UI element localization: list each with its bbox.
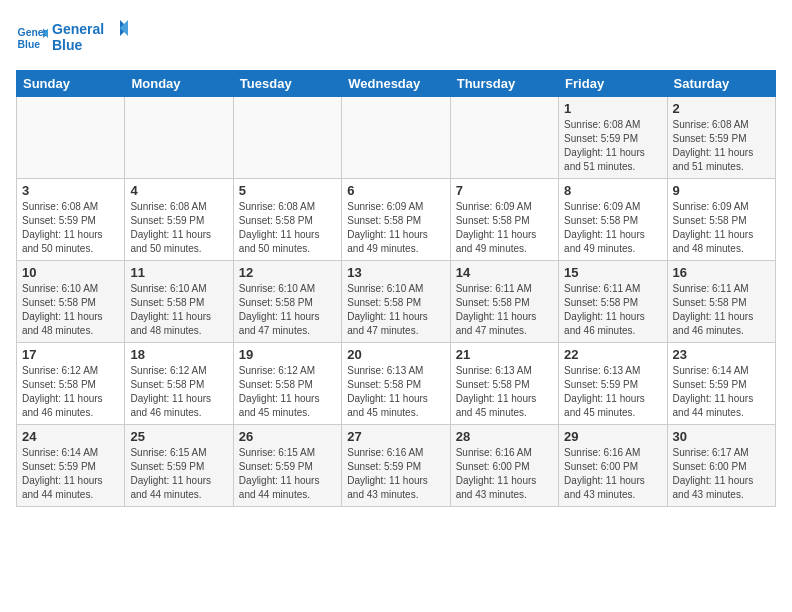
day-number: 14 (456, 265, 553, 280)
day-number: 24 (22, 429, 119, 444)
page: General Blue General Blue SundayM (0, 0, 792, 523)
calendar-cell (233, 97, 341, 179)
day-number: 29 (564, 429, 661, 444)
calendar-header-row: SundayMondayTuesdayWednesdayThursdayFrid… (17, 71, 776, 97)
calendar-cell: 19Sunrise: 6:12 AMSunset: 5:58 PMDayligh… (233, 343, 341, 425)
calendar-cell: 9Sunrise: 6:09 AMSunset: 5:58 PMDaylight… (667, 179, 775, 261)
calendar-cell (17, 97, 125, 179)
day-info: Sunrise: 6:11 AMSunset: 5:58 PMDaylight:… (673, 282, 770, 338)
day-info: Sunrise: 6:12 AMSunset: 5:58 PMDaylight:… (239, 364, 336, 420)
calendar-cell: 25Sunrise: 6:15 AMSunset: 5:59 PMDayligh… (125, 425, 233, 507)
calendar-cell (342, 97, 450, 179)
calendar-week-1: 1Sunrise: 6:08 AMSunset: 5:59 PMDaylight… (17, 97, 776, 179)
header: General Blue General Blue (16, 16, 776, 60)
day-info: Sunrise: 6:17 AMSunset: 6:00 PMDaylight:… (673, 446, 770, 502)
calendar-cell: 17Sunrise: 6:12 AMSunset: 5:58 PMDayligh… (17, 343, 125, 425)
day-number: 16 (673, 265, 770, 280)
svg-text:Blue: Blue (52, 37, 83, 53)
day-number: 19 (239, 347, 336, 362)
calendar-cell (450, 97, 558, 179)
day-number: 9 (673, 183, 770, 198)
day-info: Sunrise: 6:13 AMSunset: 5:58 PMDaylight:… (347, 364, 444, 420)
day-number: 25 (130, 429, 227, 444)
day-number: 10 (22, 265, 119, 280)
day-number: 28 (456, 429, 553, 444)
day-info: Sunrise: 6:10 AMSunset: 5:58 PMDaylight:… (22, 282, 119, 338)
calendar-cell: 27Sunrise: 6:16 AMSunset: 5:59 PMDayligh… (342, 425, 450, 507)
calendar-week-5: 24Sunrise: 6:14 AMSunset: 5:59 PMDayligh… (17, 425, 776, 507)
day-number: 4 (130, 183, 227, 198)
day-number: 8 (564, 183, 661, 198)
calendar-cell: 15Sunrise: 6:11 AMSunset: 5:58 PMDayligh… (559, 261, 667, 343)
calendar-cell: 1Sunrise: 6:08 AMSunset: 5:59 PMDaylight… (559, 97, 667, 179)
calendar-cell: 29Sunrise: 6:16 AMSunset: 6:00 PMDayligh… (559, 425, 667, 507)
day-info: Sunrise: 6:16 AMSunset: 6:00 PMDaylight:… (456, 446, 553, 502)
general-blue-full-logo: General Blue (52, 16, 132, 60)
calendar-cell: 26Sunrise: 6:15 AMSunset: 5:59 PMDayligh… (233, 425, 341, 507)
calendar-header-tuesday: Tuesday (233, 71, 341, 97)
day-info: Sunrise: 6:08 AMSunset: 5:59 PMDaylight:… (22, 200, 119, 256)
day-number: 27 (347, 429, 444, 444)
day-number: 6 (347, 183, 444, 198)
calendar-cell: 3Sunrise: 6:08 AMSunset: 5:59 PMDaylight… (17, 179, 125, 261)
calendar-week-4: 17Sunrise: 6:12 AMSunset: 5:58 PMDayligh… (17, 343, 776, 425)
calendar-cell: 13Sunrise: 6:10 AMSunset: 5:58 PMDayligh… (342, 261, 450, 343)
day-info: Sunrise: 6:14 AMSunset: 5:59 PMDaylight:… (22, 446, 119, 502)
day-number: 20 (347, 347, 444, 362)
day-number: 26 (239, 429, 336, 444)
day-number: 1 (564, 101, 661, 116)
calendar-week-2: 3Sunrise: 6:08 AMSunset: 5:59 PMDaylight… (17, 179, 776, 261)
calendar-header-thursday: Thursday (450, 71, 558, 97)
day-info: Sunrise: 6:08 AMSunset: 5:59 PMDaylight:… (564, 118, 661, 174)
calendar-header-monday: Monday (125, 71, 233, 97)
day-number: 3 (22, 183, 119, 198)
day-number: 30 (673, 429, 770, 444)
day-info: Sunrise: 6:13 AMSunset: 5:58 PMDaylight:… (456, 364, 553, 420)
day-number: 22 (564, 347, 661, 362)
day-info: Sunrise: 6:10 AMSunset: 5:58 PMDaylight:… (130, 282, 227, 338)
day-info: Sunrise: 6:16 AMSunset: 5:59 PMDaylight:… (347, 446, 444, 502)
calendar-cell: 18Sunrise: 6:12 AMSunset: 5:58 PMDayligh… (125, 343, 233, 425)
day-number: 17 (22, 347, 119, 362)
calendar-cell: 16Sunrise: 6:11 AMSunset: 5:58 PMDayligh… (667, 261, 775, 343)
day-info: Sunrise: 6:09 AMSunset: 5:58 PMDaylight:… (564, 200, 661, 256)
day-info: Sunrise: 6:12 AMSunset: 5:58 PMDaylight:… (22, 364, 119, 420)
day-number: 15 (564, 265, 661, 280)
day-info: Sunrise: 6:13 AMSunset: 5:59 PMDaylight:… (564, 364, 661, 420)
day-info: Sunrise: 6:09 AMSunset: 5:58 PMDaylight:… (673, 200, 770, 256)
day-info: Sunrise: 6:14 AMSunset: 5:59 PMDaylight:… (673, 364, 770, 420)
calendar-cell: 8Sunrise: 6:09 AMSunset: 5:58 PMDaylight… (559, 179, 667, 261)
svg-text:Blue: Blue (18, 39, 41, 50)
calendar-header-friday: Friday (559, 71, 667, 97)
day-info: Sunrise: 6:11 AMSunset: 5:58 PMDaylight:… (456, 282, 553, 338)
day-info: Sunrise: 6:09 AMSunset: 5:58 PMDaylight:… (347, 200, 444, 256)
calendar-header-wednesday: Wednesday (342, 71, 450, 97)
day-info: Sunrise: 6:15 AMSunset: 5:59 PMDaylight:… (130, 446, 227, 502)
calendar-cell: 6Sunrise: 6:09 AMSunset: 5:58 PMDaylight… (342, 179, 450, 261)
day-info: Sunrise: 6:11 AMSunset: 5:58 PMDaylight:… (564, 282, 661, 338)
calendar-cell: 30Sunrise: 6:17 AMSunset: 6:00 PMDayligh… (667, 425, 775, 507)
day-number: 23 (673, 347, 770, 362)
calendar-cell: 28Sunrise: 6:16 AMSunset: 6:00 PMDayligh… (450, 425, 558, 507)
day-info: Sunrise: 6:09 AMSunset: 5:58 PMDaylight:… (456, 200, 553, 256)
calendar-cell: 2Sunrise: 6:08 AMSunset: 5:59 PMDaylight… (667, 97, 775, 179)
calendar-cell: 21Sunrise: 6:13 AMSunset: 5:58 PMDayligh… (450, 343, 558, 425)
calendar-cell: 20Sunrise: 6:13 AMSunset: 5:58 PMDayligh… (342, 343, 450, 425)
calendar-cell: 12Sunrise: 6:10 AMSunset: 5:58 PMDayligh… (233, 261, 341, 343)
svg-text:General: General (52, 21, 104, 37)
calendar: SundayMondayTuesdayWednesdayThursdayFrid… (16, 70, 776, 507)
calendar-cell: 14Sunrise: 6:11 AMSunset: 5:58 PMDayligh… (450, 261, 558, 343)
day-number: 11 (130, 265, 227, 280)
general-blue-logo-icon: General Blue (16, 22, 48, 54)
day-info: Sunrise: 6:08 AMSunset: 5:59 PMDaylight:… (673, 118, 770, 174)
day-number: 18 (130, 347, 227, 362)
day-number: 7 (456, 183, 553, 198)
day-info: Sunrise: 6:10 AMSunset: 5:58 PMDaylight:… (347, 282, 444, 338)
calendar-cell: 7Sunrise: 6:09 AMSunset: 5:58 PMDaylight… (450, 179, 558, 261)
day-number: 5 (239, 183, 336, 198)
day-info: Sunrise: 6:16 AMSunset: 6:00 PMDaylight:… (564, 446, 661, 502)
calendar-cell: 22Sunrise: 6:13 AMSunset: 5:59 PMDayligh… (559, 343, 667, 425)
calendar-week-3: 10Sunrise: 6:10 AMSunset: 5:58 PMDayligh… (17, 261, 776, 343)
calendar-cell: 10Sunrise: 6:10 AMSunset: 5:58 PMDayligh… (17, 261, 125, 343)
calendar-cell: 24Sunrise: 6:14 AMSunset: 5:59 PMDayligh… (17, 425, 125, 507)
